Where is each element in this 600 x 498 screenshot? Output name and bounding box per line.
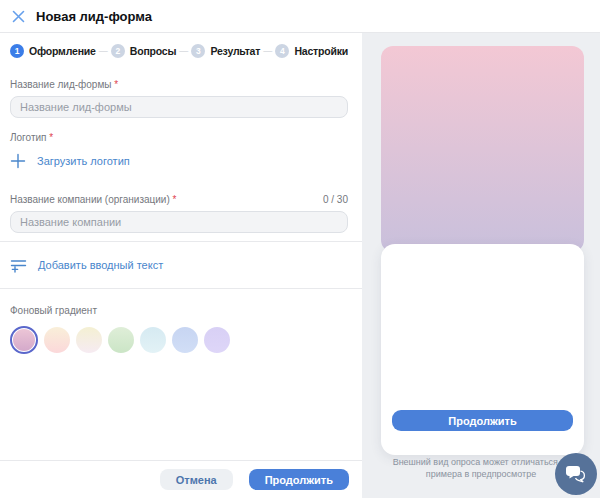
step-label: Результат: [210, 45, 260, 57]
form-footer: Отмена Продолжить: [0, 460, 362, 498]
required-mark: *: [173, 194, 177, 205]
continue-button[interactable]: Продолжить: [249, 469, 349, 490]
gradient-swatch-yellow-lilac[interactable]: [76, 327, 102, 353]
support-chat-button[interactable]: [555, 453, 597, 495]
gradient-swatch-pink-purple[interactable]: [10, 326, 38, 354]
step-separator: —: [99, 46, 108, 56]
preview-panel: Продолжить Внешний вид опроса может отли…: [362, 33, 600, 498]
background-gradient-label: Фоновый градиент: [10, 305, 348, 316]
logo-label: Логотип *: [10, 132, 348, 143]
add-intro-text-label: Добавить вводный текст: [38, 259, 163, 271]
gradient-swatches: [10, 326, 348, 354]
char-counter: 0 / 30: [323, 194, 348, 205]
step-separator: —: [263, 46, 272, 56]
upload-logo-button[interactable]: Загрузить логотип: [10, 152, 348, 170]
close-icon[interactable]: [11, 9, 25, 23]
add-intro-text-button[interactable]: Добавить вводный текст: [10, 256, 348, 274]
step-label: Вопросы: [130, 45, 176, 57]
divider: [0, 288, 362, 289]
step-questions[interactable]: 2 Вопросы: [111, 44, 176, 58]
gradient-swatch-green[interactable]: [108, 327, 134, 353]
step-settings[interactable]: 4 Настройки: [275, 44, 348, 58]
form-panel: 1 Оформление — 2 Вопросы — 3 Результат —…: [0, 33, 362, 498]
company-name-input[interactable]: [10, 211, 348, 233]
step-label: Настройки: [294, 45, 348, 57]
preview-continue-button: Продолжить: [392, 410, 573, 431]
preview-card: Продолжить: [381, 244, 584, 455]
step-design[interactable]: 1 Оформление: [10, 44, 96, 58]
gradient-swatch-cyan[interactable]: [140, 327, 166, 353]
step-separator: —: [179, 46, 188, 56]
step-number: 4: [275, 44, 289, 58]
modal-title: Новая лид-форма: [36, 9, 152, 24]
lead-form-name-input[interactable]: [10, 96, 348, 118]
chat-bubbles-icon: [565, 465, 587, 484]
company-name-label: Название компании (организации) *: [10, 194, 176, 205]
new-lead-form-modal: Новая лид-форма 1 Оформление — 2 Вопросы…: [0, 0, 600, 498]
divider: [0, 241, 362, 242]
step-label: Оформление: [29, 45, 96, 57]
stepper: 1 Оформление — 2 Вопросы — 3 Результат —…: [10, 44, 348, 58]
add-text-icon: [10, 258, 27, 273]
gradient-swatch-cream-pink[interactable]: [44, 327, 70, 353]
step-number: 3: [191, 44, 205, 58]
step-number: 2: [111, 44, 125, 58]
required-mark: *: [49, 132, 53, 143]
upload-logo-label: Загрузить логотип: [37, 155, 130, 167]
modal-header: Новая лид-форма: [0, 0, 600, 33]
plus-icon: [10, 153, 26, 169]
step-number: 1: [10, 44, 24, 58]
gradient-swatch-lavender[interactable]: [204, 327, 230, 353]
cancel-button[interactable]: Отмена: [160, 469, 233, 490]
preview-gradient-background: [381, 46, 584, 252]
gradient-swatch-periwinkle[interactable]: [172, 327, 198, 353]
step-result[interactable]: 3 Результат: [191, 44, 260, 58]
required-mark: *: [114, 79, 118, 90]
lead-form-name-label: Название лид-формы *: [10, 79, 348, 90]
